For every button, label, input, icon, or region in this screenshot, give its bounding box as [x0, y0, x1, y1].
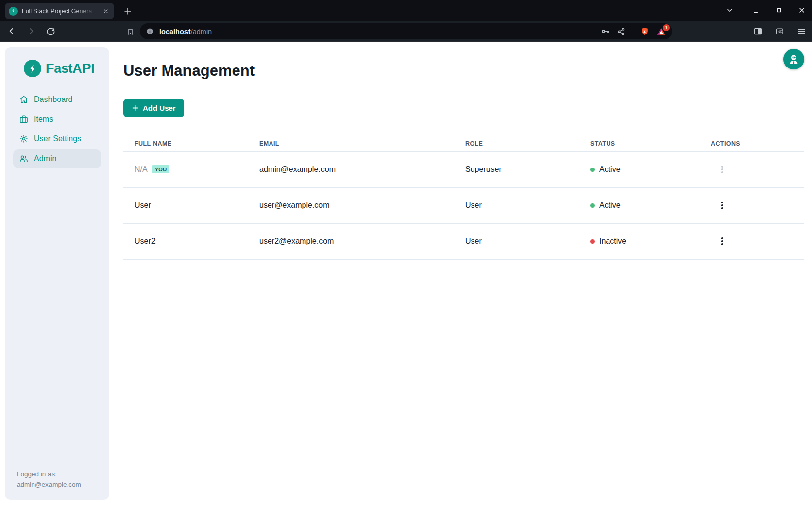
sidebar-item-label: Admin — [34, 154, 56, 163]
status-label: Active — [599, 165, 621, 174]
column-header-actions: ACTIONS — [711, 140, 804, 147]
logged-in-label: Logged in as: — [17, 469, 81, 479]
sidebar-nav: Dashboard Items User Settings — [5, 90, 109, 168]
tab-close-icon[interactable] — [102, 7, 110, 16]
row-actions-kebab-icon[interactable] — [714, 233, 731, 250]
tab-title: Full Stack Project Genera — [22, 8, 98, 15]
gear-icon — [19, 135, 28, 143]
toolbar-divider — [633, 27, 633, 35]
site-info-icon[interactable] — [146, 27, 154, 35]
minimize-button[interactable] — [751, 5, 762, 16]
add-user-label: Add User — [143, 104, 176, 112]
full-name-cell: User2 — [123, 237, 259, 246]
new-tab-button[interactable] — [121, 5, 134, 18]
users-icon — [19, 154, 28, 163]
user-table: FULL NAME EMAIL ROLE STATUS ACTIONS N/AY… — [123, 136, 804, 260]
column-header-email: EMAIL — [259, 140, 465, 147]
browser-tab[interactable]: Full Stack Project Genera — [5, 3, 114, 19]
maximize-button[interactable] — [774, 5, 784, 16]
actions-cell — [711, 233, 804, 250]
page-content: FastAPI Dashboard Items — [0, 42, 812, 505]
status-label: Inactive — [599, 237, 626, 246]
email-cell: user@example.com — [259, 201, 465, 210]
sidebar-item-label: Items — [34, 115, 53, 124]
table-row: N/AYOU admin@example.com Superuser Activ… — [123, 152, 804, 188]
actions-cell — [711, 161, 804, 178]
actions-cell — [711, 197, 804, 214]
astronaut-icon — [788, 53, 800, 65]
status-dot — [590, 168, 595, 172]
status-dot — [590, 203, 595, 208]
plus-icon — [132, 104, 139, 112]
full-name-cell: N/AYOU — [123, 165, 259, 174]
row-actions-kebab-icon[interactable] — [714, 197, 731, 214]
status-cell: Active — [590, 165, 711, 174]
status-cell: Active — [590, 201, 711, 210]
briefcase-icon — [19, 115, 28, 124]
bookmark-icon[interactable] — [123, 25, 137, 38]
sidebar-item-label: Dashboard — [34, 95, 72, 104]
fastapi-favicon-icon — [9, 7, 18, 16]
logged-in-footer: Logged in as: admin@example.com — [17, 469, 81, 490]
fastapi-logo-text: FastAPI — [46, 61, 94, 76]
forward-button[interactable] — [24, 24, 38, 38]
column-header-status: STATUS — [590, 140, 711, 147]
back-button[interactable] — [5, 24, 19, 38]
browser-window: Full Stack Project Genera — [0, 0, 812, 505]
user-menu-button[interactable] — [783, 49, 804, 69]
rewards-badge: 1 — [663, 24, 670, 31]
table-header-row: FULL NAME EMAIL ROLE STATUS ACTIONS — [123, 136, 804, 152]
role-cell: User — [465, 237, 590, 246]
status-dot — [590, 239, 595, 244]
full-name-value: N/A — [135, 165, 148, 173]
sidebar-item-admin[interactable]: Admin — [13, 149, 101, 168]
window-controls — [724, 0, 807, 21]
table-row: User2 user2@example.com User Inactive — [123, 224, 804, 260]
close-window-button[interactable] — [796, 5, 807, 16]
brave-rewards-icon[interactable]: 1 — [656, 27, 666, 36]
menu-hamburger-icon[interactable] — [794, 24, 808, 38]
status-label: Active — [599, 201, 621, 210]
add-user-button[interactable]: Add User — [123, 99, 184, 117]
sidebar-item-user-settings[interactable]: User Settings — [13, 129, 101, 149]
fastapi-logo-icon — [24, 60, 41, 77]
sidebar-panel-icon[interactable] — [751, 24, 765, 38]
email-cell: user2@example.com — [259, 237, 465, 246]
url-host: localhost — [159, 28, 191, 35]
url-text: localhost/admin — [159, 28, 212, 35]
tab-search-chevron-icon[interactable] — [724, 5, 735, 16]
fastapi-logo: FastAPI — [24, 59, 109, 78]
column-header-role: ROLE — [465, 140, 590, 147]
wallet-icon[interactable] — [773, 24, 786, 38]
main-panel: User Management Add User FULL NAME EMAIL… — [123, 42, 804, 505]
logged-in-email: admin@example.com — [17, 479, 81, 490]
reload-button[interactable] — [43, 24, 57, 38]
email-cell: admin@example.com — [259, 165, 465, 174]
sidebar-item-label: User Settings — [34, 135, 81, 143]
sidebar-item-dashboard[interactable]: Dashboard — [13, 90, 101, 109]
share-icon[interactable] — [617, 27, 626, 36]
role-cell: Superuser — [465, 165, 590, 174]
browser-toolbar: localhost/admin 1 — [0, 21, 812, 42]
table-row: User user@example.com User Active — [123, 188, 804, 224]
password-key-icon[interactable] — [601, 27, 610, 36]
status-cell: Inactive — [590, 237, 711, 246]
tab-strip: Full Stack Project Genera — [0, 0, 812, 21]
url-path: /admin — [191, 28, 212, 35]
role-cell: User — [465, 201, 590, 210]
column-header-full-name: FULL NAME — [123, 140, 259, 147]
page-title: User Management — [123, 42, 804, 80]
sidebar: FastAPI Dashboard Items — [5, 47, 109, 500]
brave-shield-icon[interactable] — [640, 27, 649, 36]
you-badge: YOU — [152, 165, 170, 173]
home-icon — [19, 95, 28, 104]
row-actions-kebab-icon[interactable] — [714, 161, 731, 178]
sidebar-item-items[interactable]: Items — [13, 109, 101, 129]
url-bar[interactable]: localhost/admin 1 — [140, 23, 672, 39]
full-name-cell: User — [123, 201, 259, 210]
